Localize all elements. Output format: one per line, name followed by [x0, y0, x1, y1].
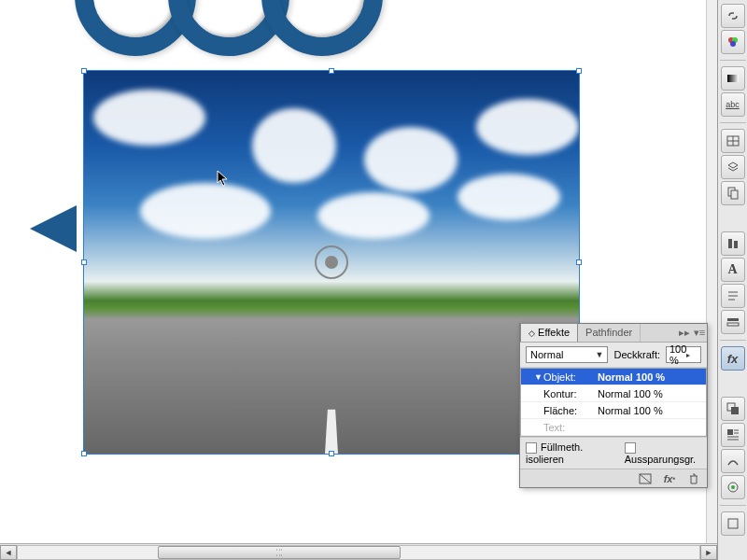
info-icon[interactable]: [721, 511, 745, 536]
svg-rect-11: [728, 239, 732, 248]
text-wrap-icon[interactable]: [721, 423, 745, 447]
object-styles-icon[interactable]: [721, 310, 745, 334]
blend-mode-select[interactable]: Normal▼: [526, 346, 608, 363]
svg-point-4: [730, 41, 736, 47]
preflight-icon[interactable]: [721, 475, 745, 499]
tab-effects[interactable]: ◇ Effekte: [520, 323, 578, 342]
svg-rect-19: [731, 407, 739, 414]
triangle-shape: [30, 205, 77, 252]
character-icon[interactable]: abc: [721, 92, 745, 117]
resize-handle[interactable]: [329, 451, 334, 456]
effects-panel: ◇ Effekte Pathfinder ▸▸ ▾≡ Normal▼ Deckk…: [519, 323, 708, 488]
character-styles-icon[interactable]: [721, 284, 745, 308]
clear-effects-icon[interactable]: [638, 472, 653, 485]
collapse-panel-icon[interactable]: ▸▸: [677, 324, 692, 342]
links-icon[interactable]: [721, 4, 745, 28]
selected-image-frame[interactable]: [84, 71, 579, 454]
resize-handle[interactable]: [81, 68, 87, 74]
target-stroke-row[interactable]: Kontur: Normal 100 %: [521, 385, 706, 402]
scroll-left-button[interactable]: ◄: [0, 545, 17, 560]
logo-rings: [75, 0, 355, 56]
resize-handle[interactable]: [81, 451, 87, 456]
content-grabber-icon[interactable]: [315, 245, 348, 279]
resize-handle[interactable]: [81, 259, 87, 265]
knockout-group-checkbox[interactable]: Aussparungsgr.: [625, 441, 701, 465]
scroll-right-button[interactable]: ►: [700, 545, 717, 560]
svg-rect-16: [727, 318, 739, 321]
tab-pathfinder[interactable]: Pathfinder: [578, 324, 641, 342]
panel-menu-icon[interactable]: ▾≡: [692, 324, 707, 342]
resize-handle[interactable]: [576, 259, 582, 265]
gradient-icon[interactable]: [721, 66, 745, 91]
isolate-blending-checkbox[interactable]: Füllmeth. isolieren: [526, 441, 613, 465]
panel-dock: abc A fx: [717, 0, 747, 560]
target-fill-row[interactable]: Fläche: Normal 100 %: [521, 402, 706, 419]
svg-rect-20: [727, 429, 733, 435]
effects-icon[interactable]: fx: [721, 346, 745, 371]
svg-point-26: [731, 485, 735, 489]
pages-icon[interactable]: [721, 181, 745, 205]
opacity-input[interactable]: 100 %▸: [666, 346, 701, 363]
scroll-track[interactable]: [17, 545, 700, 560]
target-text-row: Text:: [521, 419, 706, 436]
svg-rect-12: [734, 241, 738, 248]
effect-target-list: ▼ Objekt: Normal 100 % Kontur: Normal 10…: [520, 368, 707, 437]
scroll-thumb[interactable]: [158, 546, 401, 559]
align-icon[interactable]: [721, 231, 745, 256]
swatches-icon[interactable]: [721, 30, 745, 54]
opacity-label: Deckkraft:: [613, 349, 660, 360]
horizontal-scrollbar[interactable]: ◄ ►: [0, 543, 717, 560]
svg-rect-27: [728, 519, 738, 528]
svg-rect-17: [727, 323, 739, 326]
fx-button-icon[interactable]: fx▪: [662, 472, 677, 485]
layers-icon[interactable]: [721, 155, 745, 179]
scripts-icon[interactable]: [721, 449, 745, 473]
svg-rect-5: [727, 75, 739, 82]
resize-handle[interactable]: [329, 68, 334, 74]
svg-line-1: [640, 474, 651, 483]
pathfinder-icon[interactable]: [721, 397, 745, 421]
trash-icon[interactable]: [686, 472, 701, 485]
resize-handle[interactable]: [576, 68, 582, 74]
svg-rect-10: [731, 190, 738, 199]
paragraph-styles-icon[interactable]: A: [721, 258, 745, 282]
target-object-row[interactable]: ▼ Objekt: Normal 100 %: [521, 369, 706, 385]
table-icon[interactable]: [721, 129, 745, 153]
